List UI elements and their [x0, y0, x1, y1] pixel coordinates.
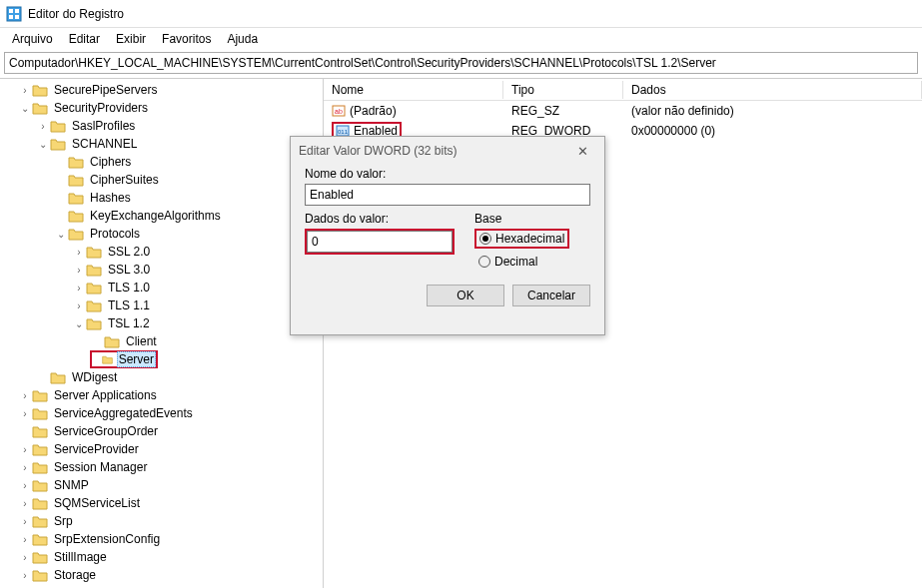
list-row-name: (Padrão) — [350, 104, 397, 118]
tree-node-schannel[interactable]: ⌄SCHANNEL — [36, 135, 323, 153]
list-row-data: (valor não definido) — [623, 104, 922, 118]
folder-icon — [32, 568, 48, 582]
folder-icon — [32, 460, 48, 474]
window-title: Editor do Registro — [28, 7, 124, 21]
value-data-label: Dados do valor: — [305, 212, 455, 226]
radio-decimal[interactable]: Decimal — [478, 255, 569, 269]
tree-node-hashes[interactable]: Hashes — [54, 189, 323, 207]
radio-icon — [478, 256, 490, 268]
svg-text:011: 011 — [338, 129, 349, 135]
tree-node-server-applications[interactable]: ›Server Applications — [18, 386, 323, 404]
menu-view[interactable]: Exibir — [108, 30, 154, 48]
radio-icon — [479, 233, 491, 245]
column-header-data[interactable]: Dados — [623, 81, 922, 99]
tree-node-session-manager[interactable]: ›Session Manager — [18, 458, 323, 476]
svg-text:ab: ab — [335, 108, 343, 115]
column-header-type[interactable]: Tipo — [503, 81, 623, 99]
ok-button[interactable]: OK — [427, 285, 504, 306]
svg-rect-1 — [9, 9, 13, 13]
cancel-button[interactable]: Cancelar — [512, 285, 590, 306]
folder-icon — [32, 496, 48, 510]
tree-node-wdigest[interactable]: WDigest — [36, 368, 323, 386]
tree-node-tls10[interactable]: ›TLS 1.0 — [72, 279, 323, 296]
tree-node-srpextensionconfig[interactable]: ›SrpExtensionConfig — [18, 530, 323, 548]
edit-dword-dialog: Editar Valor DWORD (32 bits) ✕ Nome do v… — [290, 136, 605, 335]
folder-icon — [68, 173, 84, 187]
tree-node-ssl20[interactable]: ›SSL 2.0 — [72, 243, 323, 261]
folder-icon — [32, 83, 48, 97]
folder-icon — [32, 424, 48, 438]
tree-node-srp[interactable]: ›Srp — [18, 512, 323, 530]
address-bar-text: Computador\HKEY_LOCAL_MACHINE\SYSTEM\Cur… — [9, 56, 716, 70]
registry-tree[interactable]: ›SecurePipeServers ⌄SecurityProviders ›S… — [0, 79, 324, 588]
dialog-title: Editar Valor DWORD (32 bits) — [299, 144, 457, 158]
folder-icon — [50, 119, 66, 133]
tree-node-sqmservicelist[interactable]: ›SQMServiceList — [18, 494, 323, 512]
list-row-default[interactable]: ab (Padrão) REG_SZ (valor não definido) — [324, 101, 922, 121]
registry-app-icon — [6, 6, 22, 22]
tree-node-securepipeservers[interactable]: ›SecurePipeServers — [18, 81, 323, 99]
folder-icon — [68, 191, 84, 205]
tree-node-tls11[interactable]: ›TLS 1.1 — [72, 296, 323, 314]
menu-file[interactable]: Arquivo — [4, 30, 61, 48]
tree-node-saslprofiles[interactable]: ›SaslProfiles — [36, 117, 323, 135]
list-header: Nome Tipo Dados — [324, 79, 922, 101]
folder-icon — [68, 155, 84, 169]
tree-node-stillimage[interactable]: ›StillImage — [18, 548, 323, 566]
tree-node-storage[interactable]: ›Storage — [18, 566, 323, 584]
tree-node-storagemanagement[interactable]: ›StorageManagement — [18, 584, 323, 588]
address-bar[interactable]: Computador\HKEY_LOCAL_MACHINE\SYSTEM\Cur… — [4, 52, 918, 74]
tree-node-servicegrouporder[interactable]: ServiceGroupOrder — [18, 422, 323, 440]
folder-icon — [68, 227, 84, 241]
folder-icon — [68, 209, 84, 223]
folder-icon — [32, 514, 48, 528]
tree-node-ssl30[interactable]: ›SSL 3.0 — [72, 261, 323, 279]
value-name-label: Nome do valor: — [305, 167, 590, 181]
tree-node-client[interactable]: Client — [90, 332, 323, 350]
menu-edit[interactable]: Editar — [61, 30, 108, 48]
folder-icon — [102, 352, 113, 366]
folder-icon — [86, 263, 102, 277]
svg-rect-4 — [15, 15, 19, 19]
tree-node-ciphersuites[interactable]: CipherSuites — [54, 171, 323, 189]
tree-node-snmp[interactable]: ›SNMP — [18, 476, 323, 494]
tree-node-ciphers[interactable]: Ciphers — [54, 153, 323, 171]
tree-node-serviceaggregatedevents[interactable]: ›ServiceAggregatedEvents — [18, 404, 323, 422]
value-name-field[interactable] — [305, 184, 590, 206]
folder-icon — [50, 137, 66, 151]
value-data-field[interactable] — [307, 231, 453, 253]
folder-icon — [32, 406, 48, 420]
tree-node-securityproviders[interactable]: ⌄SecurityProviders — [18, 99, 323, 117]
column-header-name[interactable]: Nome — [324, 81, 503, 99]
folder-icon — [32, 388, 48, 402]
folder-icon — [32, 532, 48, 546]
tree-node-server[interactable]: Server — [90, 350, 158, 368]
menubar: Arquivo Editar Exibir Favoritos Ajuda — [0, 28, 922, 50]
list-row-type: REG_SZ — [503, 104, 623, 118]
tree-node-keyexchangealgorithms[interactable]: KeyExchangeAlgorithms — [54, 207, 323, 225]
radio-hexadecimal[interactable]: Hexadecimal — [479, 232, 564, 246]
menu-help[interactable]: Ajuda — [219, 30, 266, 48]
folder-icon — [86, 281, 102, 294]
tree-node-protocols[interactable]: ⌄Protocols — [54, 225, 323, 243]
svg-rect-3 — [9, 15, 13, 19]
menu-favorites[interactable]: Favoritos — [154, 30, 219, 48]
tree-node-serviceprovider[interactable]: ›ServiceProvider — [18, 440, 323, 458]
folder-icon — [32, 442, 48, 456]
tree-node-tsl12[interactable]: ⌄TSL 1.2 — [72, 314, 323, 332]
folder-icon — [86, 316, 102, 330]
string-value-icon: ab — [332, 104, 346, 118]
window-titlebar: Editor do Registro — [0, 0, 922, 28]
base-label: Base — [474, 212, 569, 226]
list-row-data: 0x00000000 (0) — [623, 124, 922, 138]
folder-icon — [32, 550, 48, 564]
folder-icon — [32, 101, 48, 115]
svg-rect-2 — [15, 9, 19, 13]
folder-icon — [86, 298, 102, 312]
folder-icon — [32, 478, 48, 492]
folder-icon — [50, 370, 66, 384]
dialog-close-button[interactable]: ✕ — [568, 144, 596, 159]
folder-icon — [104, 334, 120, 348]
folder-icon — [86, 245, 102, 259]
